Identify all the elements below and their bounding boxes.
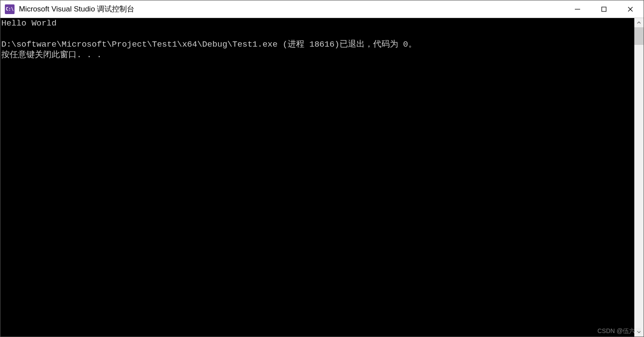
console-output[interactable]: Hello World D:\software\Microsoft\Projec… [0,18,634,337]
console-window: C:\ Microsoft Visual Studio 调试控制台 Hello … [0,0,644,337]
close-button[interactable] [617,0,644,18]
scroll-thumb[interactable] [634,27,644,45]
chevron-up-icon [637,21,641,25]
window-title: Microsoft Visual Studio 调试控制台 [19,4,134,14]
minimize-button[interactable] [564,0,591,18]
chevron-down-icon [637,330,641,334]
app-icon: C:\ [5,4,15,14]
svg-rect-1 [602,7,606,11]
close-icon [627,6,633,12]
titlebar[interactable]: C:\ Microsoft Visual Studio 调试控制台 [0,0,644,18]
minimize-icon [574,6,581,12]
window-controls [564,0,644,18]
scroll-up-button[interactable] [634,18,644,27]
maximize-button[interactable] [591,0,617,18]
maximize-icon [601,6,607,12]
scroll-down-button[interactable] [634,327,644,337]
vertical-scrollbar[interactable] [634,18,644,337]
console-area: Hello World D:\software\Microsoft\Projec… [0,18,644,337]
